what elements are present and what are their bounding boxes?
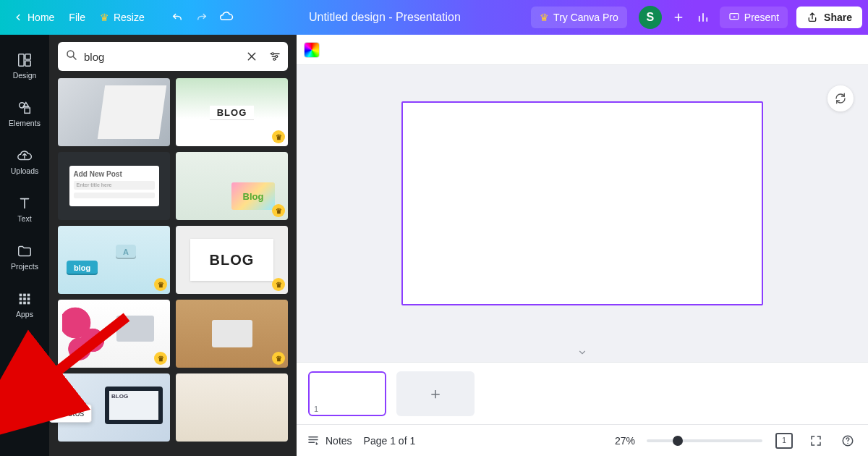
undo-button[interactable] (165, 7, 190, 28)
grid-view-button[interactable]: 1 (774, 431, 794, 451)
rail-apps-label: Apps (16, 310, 33, 318)
search-input[interactable] (84, 51, 237, 63)
svg-point-20 (273, 58, 276, 60)
photo-result[interactable]: Add New Post Enter title here (58, 152, 170, 220)
thumb-text: BLOG (210, 106, 255, 119)
premium-badge-icon: ♛ (272, 352, 285, 365)
search-results: BLOG ♛ Add New Post Enter title here Blo… (58, 78, 288, 442)
svg-rect-1 (19, 54, 24, 67)
thumb-text: Blog (243, 191, 264, 202)
photo-result[interactable]: blog A ♛ (58, 226, 170, 294)
svg-rect-8 (27, 294, 30, 297)
rail-apps[interactable]: Apps (0, 281, 49, 329)
svg-point-18 (272, 53, 274, 55)
analytics-button[interactable] (691, 7, 715, 28)
share-label: Share (824, 12, 852, 23)
page-strip: 1 ＋ (297, 362, 868, 424)
left-rail: Design Elements Uploads Text Projects Ap… (0, 35, 49, 456)
photo-result[interactable]: Blog ♛ (176, 152, 288, 220)
thumb-text: BLOG (111, 393, 128, 400)
cloud-sync-icon[interactable] (214, 6, 239, 29)
share-button[interactable]: Share (796, 7, 862, 28)
crown-icon: ♛ (100, 12, 109, 23)
page-number: 1 (314, 405, 318, 413)
photo-result[interactable]: ♛ (176, 300, 288, 368)
thumb-text: BLOG (210, 252, 255, 269)
svg-rect-3 (25, 61, 30, 66)
premium-badge-icon: ♛ (272, 278, 285, 291)
rail-projects[interactable]: Projects (0, 233, 49, 281)
notes-label: Notes (326, 435, 352, 447)
svg-rect-6 (20, 294, 22, 297)
photos-tooltip: Photos (49, 404, 92, 423)
svg-point-16 (22, 389, 24, 392)
photo-result[interactable]: ♛ (58, 300, 170, 368)
rail-uploads[interactable]: Uploads (0, 138, 49, 185)
rail-design[interactable]: Design (0, 42, 49, 90)
svg-point-22 (847, 442, 848, 444)
page-thumbnail[interactable]: 1 (308, 371, 386, 416)
avatar-letter: S (646, 11, 654, 24)
canvas-area: 1 ＋ Notes Page 1 of 1 27% 1 (297, 35, 868, 456)
home-button[interactable]: Home (6, 7, 61, 28)
premium-badge-icon: ♛ (154, 352, 167, 365)
add-page-button[interactable]: ＋ (396, 371, 475, 416)
clear-search-button[interactable] (243, 48, 260, 65)
svg-rect-10 (23, 297, 26, 300)
try-pro-button[interactable]: ♛ Try Canva Pro (531, 7, 627, 28)
svg-point-19 (276, 56, 278, 58)
zoom-slider-handle[interactable] (673, 436, 683, 446)
rail-elements-label: Elements (9, 119, 41, 127)
svg-rect-12 (20, 302, 22, 305)
redo-button[interactable] (190, 7, 214, 28)
rail-elements[interactable]: Elements (0, 90, 49, 138)
notes-button[interactable]: Notes (307, 434, 352, 447)
fullscreen-button[interactable] (806, 431, 826, 451)
rail-text-label: Text (17, 214, 31, 223)
photo-result[interactable]: BLOG ♛ (176, 226, 288, 294)
search-icon (65, 48, 78, 64)
page-indicator: Page 1 of 1 (364, 435, 416, 447)
premium-badge-icon: ♛ (154, 278, 167, 291)
svg-rect-14 (27, 302, 30, 305)
resize-label: Resize (114, 12, 145, 23)
photo-result[interactable] (58, 78, 170, 146)
photo-result[interactable] (176, 373, 288, 442)
zoom-percent[interactable]: 27% (615, 435, 635, 447)
present-label: Present (744, 12, 779, 23)
regenerate-button[interactable] (827, 85, 854, 111)
rail-design-label: Design (13, 71, 37, 80)
resize-button[interactable]: ♛ Resize (93, 7, 152, 28)
thumb-text: blog (67, 261, 98, 275)
photo-result[interactable]: BLOG ♛ (176, 78, 288, 146)
premium-badge-icon: ♛ (272, 130, 285, 143)
page-color-button[interactable] (304, 42, 320, 58)
add-collaborator-button[interactable] (666, 7, 691, 28)
canvas-toolbar (297, 35, 868, 65)
file-menu[interactable]: File (61, 7, 93, 28)
slide[interactable] (401, 101, 763, 305)
thumb-text: Add New Post (74, 170, 155, 178)
search-filter-button[interactable] (266, 48, 284, 65)
avatar[interactable]: S (639, 6, 662, 29)
svg-rect-7 (23, 294, 26, 297)
footer-bar: Notes Page 1 of 1 27% 1 (297, 424, 868, 456)
svg-rect-13 (23, 302, 26, 305)
rail-projects-label: Projects (11, 262, 38, 271)
document-title[interactable]: Untitled design - Presentation (239, 11, 531, 24)
svg-rect-2 (25, 54, 30, 59)
rail-photos-label: Photos (13, 402, 37, 411)
rail-text[interactable]: Text (0, 185, 49, 233)
svg-rect-15 (19, 387, 31, 397)
present-button[interactable]: Present (720, 7, 788, 28)
help-button[interactable] (838, 431, 858, 451)
search-field-wrap (58, 42, 288, 71)
zoom-slider[interactable] (647, 439, 762, 442)
top-toolbar: Home File ♛ Resize Untitled design - Pre… (0, 0, 868, 35)
canvas-stage[interactable] (297, 65, 868, 362)
svg-rect-9 (20, 297, 22, 300)
rail-close-button[interactable] (3, 369, 14, 381)
premium-badge-icon: ♛ (272, 204, 285, 217)
svg-point-17 (67, 51, 74, 57)
collapse-pages-button[interactable] (573, 346, 592, 359)
